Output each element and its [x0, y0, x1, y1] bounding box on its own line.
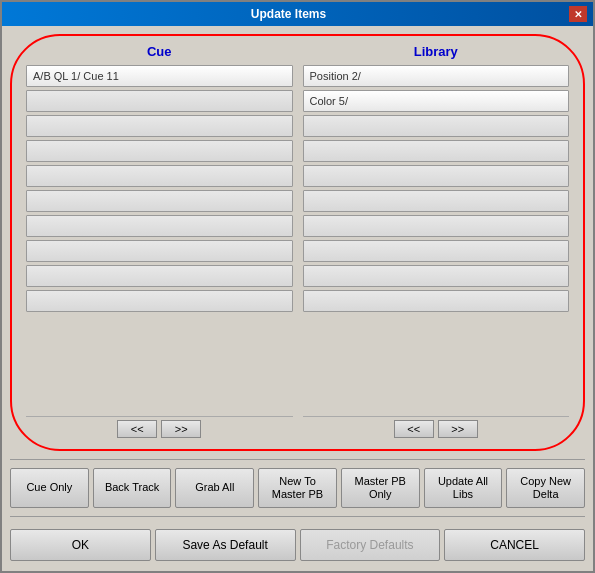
update-items-window: Update Items ✕ Cue A/B QL 1/ Cue 11: [0, 0, 595, 573]
cancel-button[interactable]: CANCEL: [444, 529, 585, 561]
cue-next-button[interactable]: >>: [161, 420, 201, 438]
grab-all-button[interactable]: Grab All: [175, 468, 254, 508]
copy-new-delta-button[interactable]: Copy NewDelta: [506, 468, 585, 508]
update-all-libs-button[interactable]: Update AllLibs: [424, 468, 503, 508]
factory-defaults-button: Factory Defaults: [300, 529, 441, 561]
library-item-7[interactable]: [303, 240, 570, 262]
window-title: Update Items: [8, 7, 569, 21]
title-bar: Update Items ✕: [2, 2, 593, 26]
library-item-5[interactable]: [303, 190, 570, 212]
library-column-header: Library: [303, 44, 570, 59]
ok-button[interactable]: OK: [10, 529, 151, 561]
main-content: Cue A/B QL 1/ Cue 11 << >>: [2, 26, 593, 571]
cue-library-area: Cue A/B QL 1/ Cue 11 << >>: [10, 34, 585, 451]
cue-item-8[interactable]: [26, 265, 293, 287]
cue-list: A/B QL 1/ Cue 11: [26, 65, 293, 410]
library-nav-row: << >>: [303, 416, 570, 441]
cue-column: Cue A/B QL 1/ Cue 11 << >>: [26, 44, 293, 441]
library-item-2[interactable]: [303, 115, 570, 137]
cue-item-7[interactable]: [26, 240, 293, 262]
cue-item-2[interactable]: [26, 115, 293, 137]
library-item-9[interactable]: [303, 290, 570, 312]
master-pb-only-button[interactable]: Master PBOnly: [341, 468, 420, 508]
library-item-0[interactable]: Position 2/: [303, 65, 570, 87]
cue-only-button[interactable]: Cue Only: [10, 468, 89, 508]
footer-buttons-row: OK Save As Default Factory Defaults CANC…: [10, 525, 585, 563]
library-item-1[interactable]: Color 5/: [303, 90, 570, 112]
cue-item-6[interactable]: [26, 215, 293, 237]
cue-item-9[interactable]: [26, 290, 293, 312]
cue-item-4[interactable]: [26, 165, 293, 187]
cue-nav-row: << >>: [26, 416, 293, 441]
new-to-master-pb-button[interactable]: New ToMaster PB: [258, 468, 337, 508]
save-as-default-button[interactable]: Save As Default: [155, 529, 296, 561]
cue-column-header: Cue: [26, 44, 293, 59]
cue-item-3[interactable]: [26, 140, 293, 162]
library-item-4[interactable]: [303, 165, 570, 187]
library-item-3[interactable]: [303, 140, 570, 162]
cue-prev-button[interactable]: <<: [117, 420, 157, 438]
action-buttons-row: Cue Only Back Track Grab All New ToMaste…: [10, 468, 585, 508]
library-column: Library Position 2/ Color 5/ << >>: [303, 44, 570, 441]
cue-item-5[interactable]: [26, 190, 293, 212]
cue-item-0[interactable]: A/B QL 1/ Cue 11: [26, 65, 293, 87]
divider-1: [10, 459, 585, 460]
library-list: Position 2/ Color 5/: [303, 65, 570, 410]
library-item-8[interactable]: [303, 265, 570, 287]
close-button[interactable]: ✕: [569, 6, 587, 22]
back-track-button[interactable]: Back Track: [93, 468, 172, 508]
cue-item-1[interactable]: [26, 90, 293, 112]
library-prev-button[interactable]: <<: [394, 420, 434, 438]
library-next-button[interactable]: >>: [438, 420, 478, 438]
divider-2: [10, 516, 585, 517]
library-item-6[interactable]: [303, 215, 570, 237]
